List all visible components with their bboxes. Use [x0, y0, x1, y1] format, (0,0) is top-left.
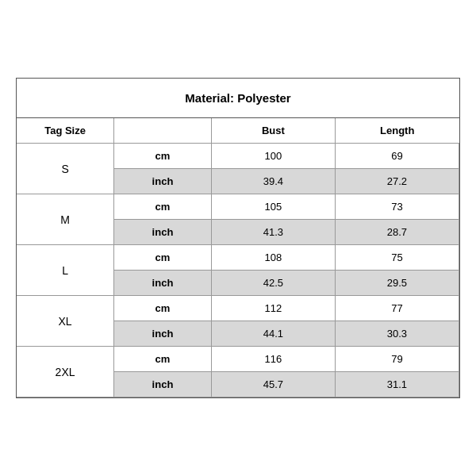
table-row: Mcm10573	[17, 194, 459, 220]
size-table: Tag Size Bust Length Scm10069inch39.427.…	[17, 118, 459, 397]
unit-inch-cell: inch	[114, 220, 212, 245]
chart-title: Material: Polyester	[17, 79, 459, 118]
unit-inch-cell: inch	[114, 169, 212, 194]
length-cm-value: 77	[335, 296, 459, 321]
size-cell: 2XL	[17, 347, 114, 397]
table-row: 2XLcm11679	[17, 347, 459, 372]
length-inch-value: 31.1	[335, 372, 459, 397]
bust-cm-value: 112	[211, 296, 335, 321]
bust-inch-value: 45.7	[211, 372, 335, 397]
header-tag-size: Tag Size	[17, 118, 114, 144]
size-chart-wrapper: Material: Polyester Tag Size Bust Length…	[16, 78, 460, 398]
unit-inch-cell: inch	[114, 372, 212, 397]
size-cell: XL	[17, 296, 114, 347]
unit-cm-cell: cm	[114, 194, 212, 220]
bust-cm-value: 116	[211, 347, 335, 372]
unit-inch-cell: inch	[114, 271, 212, 296]
table-row: Lcm10875	[17, 245, 459, 271]
bust-inch-value: 41.3	[211, 220, 335, 245]
length-inch-value: 27.2	[335, 169, 459, 194]
bust-cm-value: 105	[211, 194, 335, 220]
bust-inch-value: 39.4	[211, 169, 335, 194]
bust-inch-value: 42.5	[211, 271, 335, 296]
unit-cm-cell: cm	[114, 144, 212, 169]
length-inch-value: 29.5	[335, 271, 459, 296]
size-cell: S	[17, 144, 114, 194]
length-cm-value: 75	[335, 245, 459, 271]
table-body: Scm10069inch39.427.2Mcm10573inch41.328.7…	[17, 144, 459, 397]
table-header-row: Tag Size Bust Length	[17, 118, 459, 144]
unit-cm-cell: cm	[114, 296, 212, 321]
size-cell: L	[17, 245, 114, 296]
bust-cm-value: 100	[211, 144, 335, 169]
header-bust: Bust	[211, 118, 335, 144]
unit-cm-cell: cm	[114, 347, 212, 372]
table-row: XLcm11277	[17, 296, 459, 321]
header-unit-col	[114, 118, 212, 144]
size-cell: M	[17, 194, 114, 245]
length-cm-value: 73	[335, 194, 459, 220]
bust-cm-value: 108	[211, 245, 335, 271]
length-cm-value: 79	[335, 347, 459, 372]
table-row: Scm10069	[17, 144, 459, 169]
unit-inch-cell: inch	[114, 321, 212, 347]
unit-cm-cell: cm	[114, 245, 212, 271]
bust-inch-value: 44.1	[211, 321, 335, 347]
length-cm-value: 69	[335, 144, 459, 169]
length-inch-value: 30.3	[335, 321, 459, 347]
header-length: Length	[335, 118, 459, 144]
length-inch-value: 28.7	[335, 220, 459, 245]
